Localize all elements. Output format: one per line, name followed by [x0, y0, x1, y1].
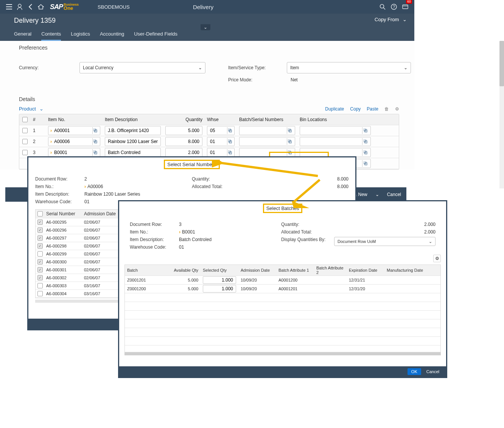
batch-input[interactable]: [239, 126, 295, 135]
serial-checkbox[interactable]: [37, 275, 43, 280]
serial-select-all-checkbox[interactable]: [37, 211, 43, 216]
batch-item-no-link[interactable]: ›B0001: [179, 229, 195, 235]
item-service-label: Item/Service Type:: [228, 65, 287, 70]
paste-button[interactable]: Paste: [367, 106, 378, 112]
bin-input[interactable]: [300, 148, 371, 157]
expand-toggle[interactable]: ⌄: [201, 24, 210, 30]
menu-icon[interactable]: [4, 2, 14, 12]
duplicate-button[interactable]: Duplicate: [325, 106, 344, 112]
batch-alloc-label: Allocated Total:: [281, 229, 334, 235]
product-category-dropdown[interactable]: Product ⌄: [19, 106, 44, 112]
cfl-icon[interactable]: [362, 138, 369, 145]
select-all-checkbox[interactable]: [22, 117, 28, 122]
help-icon[interactable]: ?: [389, 2, 399, 12]
cfl-icon[interactable]: [362, 149, 369, 156]
serial-checkbox[interactable]: [37, 291, 43, 296]
currency-select[interactable]: Local Currency ⌄: [79, 62, 205, 73]
row-checkbox[interactable]: [22, 139, 28, 144]
serial-checkbox[interactable]: [37, 259, 43, 265]
batch-ok-button[interactable]: OK: [408, 368, 421, 375]
svg-point-3: [6, 4, 7, 5]
batch-hscroll[interactable]: [124, 352, 441, 355]
serial-checkbox[interactable]: [37, 283, 43, 288]
col-attr1: Batch Attribute 1: [276, 268, 314, 272]
display-qty-select[interactable]: Document Row UoM⌄: [334, 237, 436, 246]
chevron-down-icon: ⌄: [429, 239, 432, 244]
whse-input[interactable]: [207, 126, 235, 135]
cfl-icon[interactable]: [362, 160, 369, 167]
serial-checkbox[interactable]: [37, 235, 43, 241]
desc-input[interactable]: [105, 137, 161, 146]
avail-cell: 5.000: [163, 286, 201, 291]
batch-cancel-button[interactable]: Cancel: [423, 368, 442, 375]
batch-cfl-icon[interactable]: [287, 138, 293, 145]
app-logo: SAPBusinessOne: [50, 3, 79, 11]
serial-checkbox[interactable]: [37, 267, 43, 272]
cfl-icon[interactable]: [92, 127, 98, 134]
item-no-input[interactable]: ›: [48, 148, 100, 157]
batch-input[interactable]: [239, 137, 295, 146]
serial-checkbox[interactable]: [37, 219, 43, 225]
whse-input[interactable]: [207, 137, 235, 146]
serial-item-no-link[interactable]: ›A00006: [84, 184, 103, 189]
delete-icon[interactable]: 🗑: [384, 106, 389, 112]
chevron-down-icon[interactable]: ⌄: [374, 191, 380, 198]
avail-cell: 5.000: [163, 278, 201, 282]
batch-input[interactable]: [239, 148, 295, 157]
exp-cell: 12/31/21: [347, 278, 384, 282]
cfl-icon[interactable]: [227, 127, 232, 134]
user-icon[interactable]: [14, 2, 25, 12]
desc-input[interactable]: [105, 148, 161, 157]
scrollbar-thumb[interactable]: [499, 41, 504, 86]
home-icon[interactable]: [36, 2, 46, 12]
row-checkbox[interactable]: [22, 150, 28, 155]
item-no-input[interactable]: ›: [48, 137, 100, 146]
scrollbar[interactable]: [499, 41, 504, 188]
copy-from-button[interactable]: Copy From ⌄: [375, 17, 407, 22]
settings-icon[interactable]: ⚙: [395, 106, 399, 112]
serial-checkbox[interactable]: [37, 227, 43, 233]
cfl-icon[interactable]: [227, 149, 232, 156]
back-icon[interactable]: [25, 2, 36, 12]
batch-doc-row-value: 3: [179, 222, 182, 227]
batch-cell: Z0001200: [125, 286, 163, 291]
cancel-button[interactable]: Cancel: [382, 189, 406, 200]
batch-doc-row-label: Document Row:: [130, 222, 179, 227]
item-service-select[interactable]: Item ⌄: [287, 62, 411, 73]
batch-cfl-icon[interactable]: [287, 127, 293, 134]
copy-button[interactable]: Copy: [350, 106, 361, 112]
selected-qty-input[interactable]: [203, 276, 236, 284]
batch-cfl-icon[interactable]: [287, 149, 293, 156]
selected-qty-input[interactable]: [203, 285, 236, 293]
cfl-icon[interactable]: [362, 127, 369, 134]
tab-bar: General Contents Logistics Accounting Us…: [14, 28, 177, 41]
serial-checkbox[interactable]: [37, 251, 43, 257]
col-mfg: Manufacturing Date: [384, 268, 430, 272]
serial-alloc-label: Allocated Total:: [192, 184, 290, 189]
messages-icon[interactable]: 60: [400, 2, 411, 12]
tab-accounting[interactable]: Accounting: [100, 28, 124, 41]
cfl-icon[interactable]: [92, 138, 98, 145]
tab-udf[interactable]: User-Defined Fields: [134, 28, 177, 41]
tab-contents[interactable]: Contents: [41, 28, 61, 41]
serial-number-cell: A6-000297: [45, 236, 84, 240]
qty-input[interactable]: [165, 137, 202, 146]
row-checkbox[interactable]: [22, 128, 28, 133]
serial-item-no-label: Item No.:: [35, 184, 84, 189]
desc-input[interactable]: [105, 126, 161, 135]
tab-logistics[interactable]: Logistics: [71, 28, 90, 41]
bin-input[interactable]: [300, 126, 371, 135]
cfl-icon[interactable]: [92, 149, 98, 156]
cfl-icon[interactable]: [227, 138, 232, 145]
batch-grid-settings-icon[interactable]: ⚙: [433, 255, 441, 262]
col-num: #: [31, 114, 46, 125]
qty-input[interactable]: [165, 148, 202, 157]
search-icon[interactable]: [377, 2, 388, 12]
whse-input[interactable]: [207, 148, 235, 157]
qty-input[interactable]: [165, 126, 202, 135]
serial-hscroll[interactable]: [35, 300, 122, 303]
serial-checkbox[interactable]: [37, 243, 43, 249]
item-no-input[interactable]: ›: [48, 126, 100, 135]
bin-input[interactable]: [300, 137, 371, 146]
tab-general[interactable]: General: [14, 28, 31, 41]
